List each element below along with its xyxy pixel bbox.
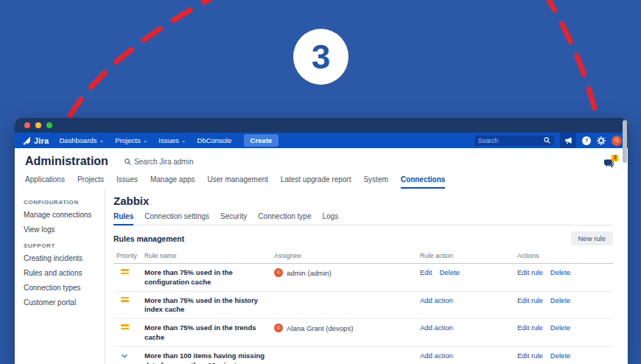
- delete-link[interactable]: Delete: [550, 323, 570, 332]
- main-content: Zabbix RulesConnection settingsSecurityC…: [105, 189, 628, 364]
- rule-action-cell: Add action: [420, 292, 517, 308]
- admin-search-label: Search Jira admin: [134, 158, 194, 166]
- sidebar: CONFIGURATIONManage connectionsView logs…: [15, 189, 105, 364]
- notifications-bubble-icon[interactable]: 2: [603, 158, 614, 172]
- add-action-link[interactable]: Add action: [420, 296, 453, 304]
- priority-medium-equals-icon: [121, 297, 129, 302]
- zoom-window-icon[interactable]: [46, 122, 52, 128]
- rule-action-cell: EditDelete: [420, 264, 517, 280]
- sidebar-item-creating-incidents[interactable]: Creating incidents: [24, 254, 102, 262]
- new-rule-button[interactable]: New rule: [571, 231, 614, 245]
- feedback-megaphone-icon[interactable]: [560, 133, 576, 148]
- add-action-link[interactable]: Add action: [420, 323, 453, 332]
- browser-window: Jira Dashboards⌄Projects⌄Issues⌄DbConsol…: [15, 118, 628, 364]
- chevron-down-icon: ⌄: [99, 138, 105, 144]
- rule-action-cell: Add action: [420, 347, 517, 363]
- delete-link[interactable]: Delete: [439, 268, 459, 276]
- rules-table-body: More than 75% used in the configuration …: [113, 264, 613, 364]
- search-icon: [125, 158, 131, 165]
- admin-tab-manage-apps[interactable]: Manage apps: [150, 175, 195, 189]
- page-background: 3 Jira Dashboards⌄Projects⌄Issues⌄DbCons…: [0, 0, 641, 364]
- admin-tab-latest-upgrade-report[interactable]: Latest upgrade report: [281, 175, 351, 189]
- column-header-actions: Actions: [517, 249, 613, 263]
- actions-cell: Edit ruleDelete: [517, 264, 613, 280]
- priority-drag-handle[interactable]: [113, 347, 144, 361]
- assignee-avatar: ☺: [274, 323, 283, 332]
- priority-low-chevron-down-icon: [122, 352, 127, 358]
- rule-name: More than 100 items having missing data …: [144, 347, 274, 364]
- step-number-badge: 3: [293, 29, 348, 85]
- tab-connection-type[interactable]: Connection type: [258, 212, 311, 225]
- tab-rules[interactable]: Rules: [113, 212, 133, 225]
- nav-menu-issues[interactable]: Issues⌄: [158, 136, 186, 144]
- help-icon[interactable]: [582, 136, 591, 145]
- rule-name: More than 75% used in the history index …: [144, 292, 274, 319]
- admin-tab-user-management[interactable]: User management: [208, 175, 268, 189]
- admin-tab-projects[interactable]: Projects: [77, 175, 104, 189]
- actions-cell: Edit ruleDelete: [517, 292, 613, 308]
- edit-rule-link[interactable]: Edit rule: [517, 323, 543, 332]
- sidebar-section-configuration: CONFIGURATION: [24, 199, 102, 206]
- admin-tab-system[interactable]: System: [363, 175, 388, 189]
- delete-link[interactable]: Delete: [550, 268, 570, 276]
- add-action-link[interactable]: Add action: [420, 351, 453, 360]
- gear-icon[interactable]: [597, 136, 606, 145]
- sidebar-item-manage-connections[interactable]: Manage connections: [24, 211, 102, 219]
- page-title: Administration: [25, 155, 108, 168]
- delete-link[interactable]: Delete: [550, 296, 570, 304]
- tab-connection-settings[interactable]: Connection settings: [144, 212, 209, 225]
- edit-rule-link[interactable]: Edit rule: [517, 296, 543, 304]
- tab-security[interactable]: Security: [220, 212, 247, 225]
- window-titlebar: [15, 118, 628, 133]
- connection-tabs: RulesConnection settingsSecurityConnecti…: [113, 212, 613, 225]
- sidebar-item-view-logs[interactable]: View logs: [24, 225, 102, 234]
- priority-drag-handle[interactable]: [113, 319, 144, 333]
- minimize-window-icon[interactable]: [35, 122, 41, 128]
- admin-tabs: ApplicationsProjectsIssuesManage appsUse…: [25, 175, 617, 189]
- rule-action-cell: Add action: [420, 319, 517, 335]
- nav-menu-dashboards[interactable]: Dashboards⌄: [59, 136, 104, 144]
- step-number: 3: [312, 40, 331, 74]
- tab-logs[interactable]: Logs: [322, 212, 338, 225]
- app-body: CONFIGURATIONManage connectionsView logs…: [15, 189, 628, 364]
- jira-logo-text: Jira: [34, 136, 49, 145]
- edit-rule-link[interactable]: Edit rule: [517, 351, 543, 360]
- user-avatar[interactable]: ☺: [612, 136, 622, 146]
- chevron-down-icon: ⌄: [143, 138, 148, 144]
- jira-logo[interactable]: Jira: [22, 136, 49, 145]
- close-window-icon[interactable]: [24, 122, 30, 128]
- priority-drag-handle[interactable]: [113, 264, 144, 278]
- navbar-right: ☺: [474, 133, 622, 148]
- create-button[interactable]: Create: [244, 134, 279, 147]
- delete-link[interactable]: Delete: [550, 351, 570, 360]
- admin-search[interactable]: Search Jira admin: [125, 158, 194, 166]
- admin-tab-connections[interactable]: Connections: [401, 175, 446, 189]
- sidebar-section-support: SUPPORT: [24, 242, 102, 249]
- nav-menu-dbconsole[interactable]: DbConsole: [197, 136, 232, 144]
- sidebar-item-connection-types[interactable]: Connection types: [24, 284, 102, 292]
- edit-rule-link[interactable]: Edit rule: [517, 268, 543, 276]
- section-title: Rules management: [113, 234, 184, 243]
- column-header-rule-name: Rule name: [144, 249, 274, 263]
- notification-count-badge: 2: [612, 155, 618, 161]
- admin-tab-issues[interactable]: Issues: [116, 175, 138, 189]
- assignee-name: admin (admin): [287, 269, 332, 277]
- nav-menu-projects[interactable]: Projects⌄: [115, 136, 147, 144]
- scrollbar-thumb[interactable]: [623, 120, 627, 163]
- sidebar-item-rules-and-actions[interactable]: Rules and actions: [24, 269, 102, 277]
- priority-drag-handle[interactable]: [113, 292, 144, 306]
- search-input[interactable]: [478, 137, 544, 144]
- jira-navbar: Jira Dashboards⌄Projects⌄Issues⌄DbConsol…: [15, 133, 628, 148]
- column-header-priority: Priority: [113, 249, 144, 263]
- admin-tab-applications[interactable]: Applications: [25, 175, 65, 189]
- assignee-avatar: ☺: [274, 268, 283, 277]
- sidebar-item-customer-portal[interactable]: Customer portal: [24, 298, 102, 307]
- jira-logo-icon: [22, 136, 31, 145]
- actions-cell: Edit ruleDelete: [517, 319, 613, 335]
- dashed-arc-right: [544, 0, 600, 133]
- navbar-search-box[interactable]: [474, 136, 554, 146]
- rule-name: More than 75% used in the configuration …: [144, 264, 274, 291]
- assignee-cell: ☺admin (admin): [274, 264, 420, 281]
- dashed-arc-left: [60, 0, 221, 133]
- edit-link[interactable]: Edit: [420, 268, 432, 276]
